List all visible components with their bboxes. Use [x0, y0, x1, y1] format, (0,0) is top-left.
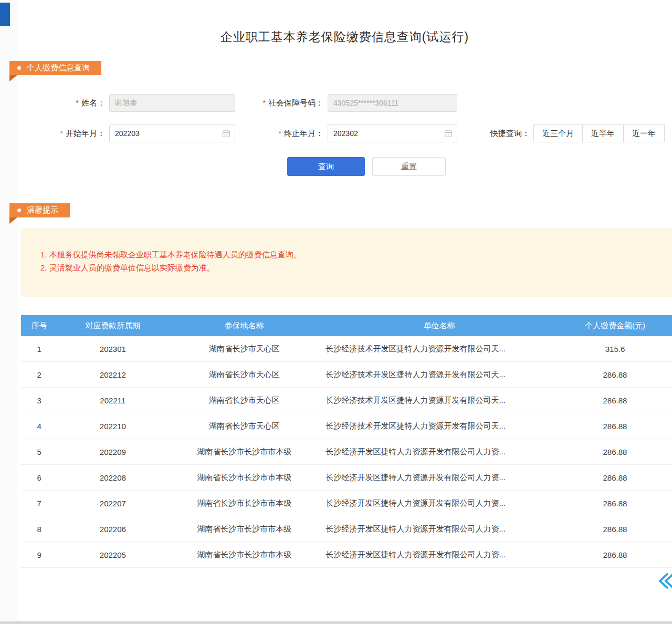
cell-amount: 286.88 — [558, 396, 672, 405]
required-asterisk: * — [263, 99, 266, 107]
end-month-input[interactable] — [328, 124, 457, 142]
cell-amount: 286.88 — [558, 370, 672, 379]
required-asterisk: * — [279, 130, 281, 137]
cell-amount: 315.6 — [558, 345, 672, 353]
cell-location: 湖南省长沙市天心区 — [168, 396, 320, 405]
table-row: 4 202210 湖南省长沙市天心区 长沙经济技术开发区捷特人力资源开发有限公司… — [21, 413, 672, 439]
section-label: 温馨提示 — [27, 205, 58, 215]
quick-query-label: 快捷查询： — [490, 129, 530, 139]
cell-location: 湖南省长沙市长沙市市本级 — [168, 473, 320, 483]
table-row: 1 202301 湖南省长沙市天心区 长沙经济技术开发区捷特人力资源开发有限公司… — [21, 336, 672, 362]
cell-seq: 1 — [21, 345, 57, 353]
cell-location: 湖南省长沙市长沙市市本级 — [168, 524, 320, 534]
reset-button[interactable]: 重置 — [372, 157, 446, 176]
cell-location: 湖南省长沙市长沙市市本级 — [168, 550, 320, 560]
cell-company: 长沙经济开发区捷特人力资源开发有限公司人力资... — [320, 550, 558, 560]
nav-fragment — [0, 3, 10, 26]
bullet-icon — [17, 209, 21, 212]
table-row: 6 202208 湖南省长沙市长沙市市本级 长沙经济开发区捷特人力资源开发有限公… — [21, 465, 672, 491]
quick-range-button-3months[interactable]: 近三个月 — [533, 124, 583, 142]
cell-period: 202209 — [57, 448, 168, 456]
results-table: 序号 对应费款所属期 参保地名称 单位名称 个人缴费金额(元) 1 202301… — [21, 315, 672, 568]
notice-line: 2. 灵活就业人员的缴费单位信息以实际缴费为准。 — [40, 261, 662, 274]
ssn-input — [328, 94, 457, 112]
section-header-tips: 温馨提示 — [9, 203, 70, 217]
cell-period: 202205 — [57, 550, 168, 559]
notice-line: 1. 本服务仅提供尚未领取企业职工基本养老保险待遇人员的缴费信息查询。 — [40, 248, 662, 261]
table-row: 8 202206 湖南省长沙市长沙市市本级 长沙经济开发区捷特人力资源开发有限公… — [21, 516, 672, 542]
cell-amount: 286.88 — [558, 525, 672, 534]
cell-amount: 286.88 — [558, 448, 672, 456]
cell-amount: 286.88 — [558, 473, 672, 482]
main-panel: 企业职工基本养老保险缴费信息查询(试运行) 个人缴费信息查询 * 姓名： * 社… — [17, 0, 672, 621]
name-label: * 姓名： — [46, 98, 105, 108]
query-form: * 姓名： * 社会保障号码： * 开始年月： — [17, 94, 672, 176]
cell-company: 长沙经济开发区捷特人力资源开发有限公司人力资... — [320, 473, 558, 483]
name-input — [109, 94, 235, 112]
cell-period: 202208 — [57, 473, 168, 482]
bottom-edge-bar — [0, 621, 672, 624]
start-month-label: * 开始年月： — [46, 129, 105, 139]
page-title: 企业职工基本养老保险缴费信息查询(试运行) — [17, 0, 672, 45]
col-header-amount: 个人缴费金额(元) — [558, 321, 672, 331]
quick-range-button-1year[interactable]: 近一年 — [623, 124, 665, 142]
cell-seq: 7 — [21, 499, 57, 508]
cell-period: 202301 — [57, 345, 168, 353]
cell-period: 202206 — [57, 525, 168, 534]
form-row-dates: * 开始年月： * 终止年月： — [46, 124, 672, 142]
quick-query-group: 快捷查询： 近三个月 近半年 近一年 — [490, 124, 672, 142]
col-header-period: 对应费款所属期 — [57, 321, 168, 331]
cell-seq: 4 — [21, 422, 57, 431]
notice-box: 1. 本服务仅提供尚未领取企业职工基本养老保险待遇人员的缴费信息查询。 2. 灵… — [21, 228, 672, 297]
quick-range-button-halfyear[interactable]: 近半年 — [582, 124, 624, 142]
cell-location: 湖南省长沙市长沙市市本级 — [168, 447, 320, 457]
cell-company: 长沙经济开发区捷特人力资源开发有限公司人力资... — [320, 447, 558, 457]
query-button[interactable]: 查询 — [287, 157, 365, 176]
cell-location: 湖南省长沙市天心区 — [168, 370, 320, 380]
cell-period: 202210 — [57, 422, 168, 431]
cell-company: 长沙经济开发区捷特人力资源开发有限公司人力资... — [320, 498, 558, 508]
form-actions: 查询 重置 — [61, 157, 672, 176]
table-row: 2 202212 湖南省长沙市天心区 长沙经济技术开发区捷特人力资源开发有限公司… — [21, 362, 672, 388]
required-asterisk: * — [76, 99, 79, 107]
cell-company: 长沙经济开发区捷特人力资源开发有限公司人力资... — [320, 524, 558, 534]
calendar-icon[interactable] — [444, 129, 453, 138]
ribbon-fold — [9, 75, 17, 81]
col-header-location: 参保地名称 — [168, 321, 320, 331]
cell-location: 湖南省长沙市长沙市市本级 — [168, 498, 320, 508]
col-header-company: 单位名称 — [320, 321, 558, 331]
table-row: 3 202211 湖南省长沙市天心区 长沙经济技术开发区捷特人力资源开发有限公司… — [21, 388, 672, 413]
double-chevron-left-icon[interactable] — [655, 570, 672, 591]
cell-seq: 2 — [21, 370, 57, 379]
cell-amount: 286.88 — [558, 422, 672, 431]
end-month-label: * 终止年月： — [237, 129, 323, 139]
cell-seq: 6 — [21, 473, 57, 482]
bullet-icon — [17, 66, 21, 70]
cell-location: 湖南省长沙市天心区 — [168, 421, 320, 431]
table-row: 7 202207 湖南省长沙市长沙市市本级 长沙经济开发区捷特人力资源开发有限公… — [21, 491, 672, 516]
cell-amount: 286.88 — [558, 550, 672, 559]
start-month-field — [109, 124, 235, 142]
cell-seq: 5 — [21, 448, 57, 456]
col-header-seq: 序号 — [21, 321, 57, 331]
start-month-input[interactable] — [109, 124, 235, 142]
form-row-identity: * 姓名： * 社会保障号码： — [46, 94, 672, 112]
table-row: 9 202205 湖南省长沙市长沙市市本级 长沙经济开发区捷特人力资源开发有限公… — [21, 542, 672, 568]
ribbon-fold — [9, 217, 17, 224]
cell-seq: 3 — [21, 396, 57, 405]
ssn-label: * 社会保障号码： — [237, 98, 323, 108]
cell-period: 202212 — [57, 370, 168, 379]
table-row: 5 202209 湖南省长沙市长沙市市本级 长沙经济开发区捷特人力资源开发有限公… — [21, 439, 672, 465]
cell-location: 湖南省长沙市天心区 — [168, 344, 320, 354]
cell-company: 长沙经济技术开发区捷特人力资源开发有限公司天... — [320, 344, 558, 354]
section-header-personal-payment-query: 个人缴费信息查询 — [9, 61, 101, 75]
cell-company: 长沙经济技术开发区捷特人力资源开发有限公司天... — [320, 370, 558, 380]
cell-period: 202207 — [57, 499, 168, 508]
left-sidebar-strip — [0, 0, 17, 624]
cell-amount: 286.88 — [558, 499, 672, 508]
calendar-icon[interactable] — [222, 129, 230, 138]
cell-company: 长沙经济技术开发区捷特人力资源开发有限公司天... — [320, 396, 558, 405]
cell-period: 202211 — [57, 396, 168, 405]
section-label: 个人缴费信息查询 — [27, 63, 90, 73]
end-month-field — [328, 124, 457, 142]
